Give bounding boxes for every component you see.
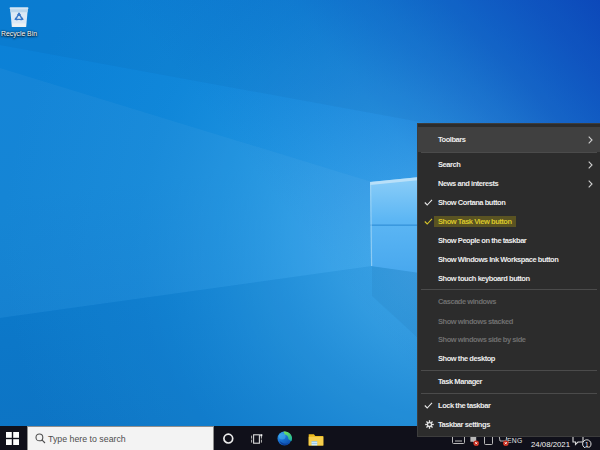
svg-text:1: 1 (585, 441, 589, 448)
